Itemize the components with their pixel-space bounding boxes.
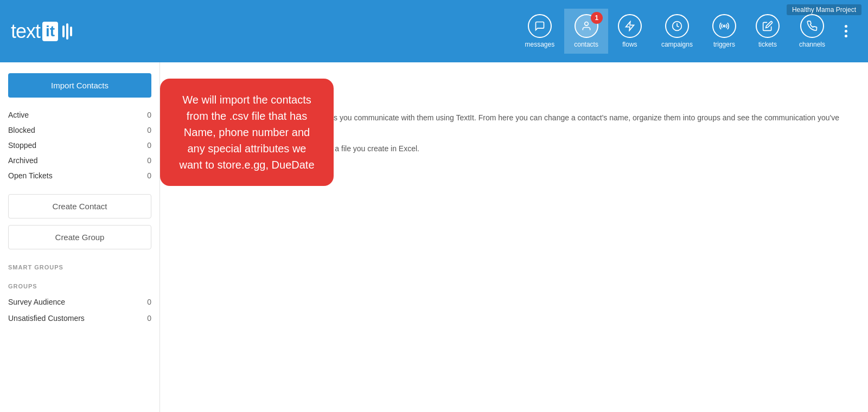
logo-it-part: it xyxy=(42,22,58,41)
status-count-open-tickets: 0 xyxy=(147,171,151,180)
callout-box: We will import the contacts from the .cs… xyxy=(160,79,334,186)
nav-label-flows: flows xyxy=(622,41,637,48)
sidebar: Import Contacts Active 0 Blocked 0 Stopp… xyxy=(0,62,160,412)
status-count-archived: 0 xyxy=(147,156,151,165)
logo: text it xyxy=(11,20,72,43)
nav-label-contacts: contacts xyxy=(574,41,598,48)
status-label-blocked: Blocked xyxy=(8,126,35,134)
status-item-active[interactable]: Active 0 xyxy=(8,107,151,123)
group-label-survey-audience: Survey Audience xyxy=(8,298,65,306)
import-contacts-button[interactable]: Import Contacts xyxy=(8,73,151,98)
nav-label-tickets: tickets xyxy=(758,41,777,48)
nav-item-triggers[interactable]: triggers xyxy=(703,9,746,54)
status-item-blocked[interactable]: Blocked 0 xyxy=(8,123,151,138)
status-count-active: 0 xyxy=(147,111,151,119)
group-label-unsatisfied-customers: Unsatisfied Customers xyxy=(8,314,85,323)
nav-item-flows[interactable]: flows xyxy=(608,9,652,54)
header: text it Healthy Mama Project messages co… xyxy=(0,0,868,62)
status-label-active: Active xyxy=(8,111,29,119)
flows-icon xyxy=(618,14,642,38)
nav-item-messages[interactable]: messages xyxy=(515,9,565,54)
status-count-blocked: 0 xyxy=(147,126,151,134)
status-label-stopped: Stopped xyxy=(8,141,36,150)
group-count-unsatisfied-customers: 0 xyxy=(147,314,151,323)
status-label-open-tickets: Open Tickets xyxy=(8,171,53,180)
create-group-button[interactable]: Create Group xyxy=(8,225,151,249)
nav-item-campaigns[interactable]: campaigns xyxy=(652,9,703,54)
logo-bar-1 xyxy=(62,25,65,37)
callout-container: We will import the contacts from the .cs… xyxy=(160,79,334,186)
smart-groups-label: SMART GROUPS xyxy=(8,256,151,275)
nav-item-tickets[interactable]: tickets xyxy=(746,9,789,54)
channels-icon xyxy=(800,14,824,38)
svg-marker-1 xyxy=(626,22,634,31)
campaigns-icon xyxy=(665,14,689,38)
status-item-open-tickets[interactable]: Open Tickets 0 xyxy=(8,168,151,183)
status-list: Active 0 Blocked 0 Stopped 0 Archived 0 … xyxy=(8,107,151,183)
triggers-icon xyxy=(712,14,736,38)
main-content: Contacts Contacts will automatically be … xyxy=(160,62,868,412)
nav-item-more[interactable] xyxy=(835,14,857,48)
status-count-stopped: 0 xyxy=(147,141,151,150)
status-item-archived[interactable]: Archived 0 xyxy=(8,153,151,168)
create-contact-button[interactable]: Create Contact xyxy=(8,194,151,218)
nav-item-contacts[interactable]: contacts 1 xyxy=(564,9,608,54)
layout: Import Contacts Active 0 Blocked 0 Stopp… xyxy=(0,62,868,412)
logo-text-part: text xyxy=(11,20,40,43)
tickets-icon xyxy=(756,14,780,38)
svg-point-0 xyxy=(584,22,588,26)
group-item-unsatisfied-customers[interactable]: Unsatisfied Customers 0 xyxy=(8,310,151,326)
group-count-survey-audience: 0 xyxy=(147,298,151,306)
callout-text: We will import the contacts from the .cs… xyxy=(179,94,314,171)
groups-label: GROUPS xyxy=(8,275,151,294)
logo-bar-2 xyxy=(66,23,68,40)
nav-label-campaigns: campaigns xyxy=(661,41,693,48)
contacts-badge: 1 xyxy=(591,12,603,24)
group-item-survey-audience[interactable]: Survey Audience 0 xyxy=(8,294,151,310)
status-item-stopped[interactable]: Stopped 0 xyxy=(8,138,151,153)
svg-point-3 xyxy=(723,25,725,27)
nav-label-messages: messages xyxy=(525,41,555,48)
status-label-archived: Archived xyxy=(8,156,37,165)
logo-bar-3 xyxy=(70,27,72,36)
nav-label-channels: channels xyxy=(799,41,825,48)
nav-label-triggers: triggers xyxy=(713,41,735,48)
logo-bars xyxy=(62,23,72,40)
messages-icon xyxy=(528,14,552,38)
nav-item-channels[interactable]: channels xyxy=(789,9,835,54)
nav-icons: messages contacts 1 flows campaigns xyxy=(515,9,857,54)
